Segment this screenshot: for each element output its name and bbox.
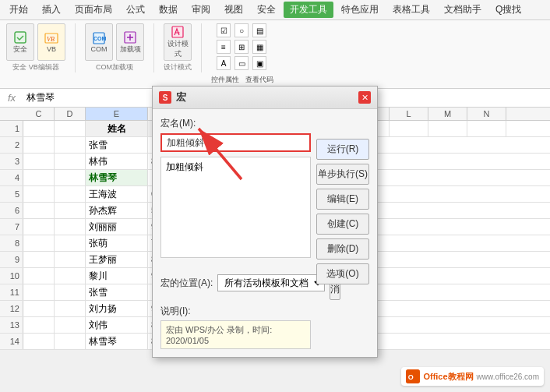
macro-dialog: S 宏 ✕ 宏名(M): 加粗倾斜 运行(R) 单步执行(S) 编辑(E) 创建…	[152, 86, 378, 358]
desc-box: 宏由 WPS/办公 录制，时间: 2020/01/05	[160, 320, 311, 349]
dialog-close-button[interactable]: ✕	[358, 91, 371, 104]
dialog-title-bar: S 宏 ✕	[153, 87, 377, 109]
create-button[interactable]: 创建(C)	[316, 214, 369, 235]
dialog-overlay: S 宏 ✕ 宏名(M): 加粗倾斜 运行(R) 单步执行(S) 编辑(E) 创建…	[0, 0, 550, 392]
dialog-body: 宏名(M): 加粗倾斜 运行(R) 单步执行(S) 编辑(E) 创建(C) 删除…	[153, 109, 377, 357]
watermark-url: www.office26.com	[477, 373, 539, 381]
office-logo-icon: O	[406, 369, 420, 383]
desc-label: 说明(I):	[160, 305, 311, 318]
macro-list-item[interactable]: 加粗倾斜	[163, 159, 308, 175]
watermark-title: Office教程网	[423, 371, 473, 383]
svg-text:O: O	[408, 373, 414, 381]
macro-name-input[interactable]	[160, 133, 311, 152]
dialog-icon-text: S	[163, 94, 168, 102]
run-button[interactable]: 运行(R)	[316, 139, 369, 160]
dialog-title: 宏	[176, 90, 358, 104]
dialog-footer: 宏的位置(A): 所有活动模板和文档 当前文档 所有打开的工作簿 取消	[160, 266, 311, 300]
edit-button[interactable]: 编辑(E)	[316, 189, 369, 210]
delete-button[interactable]: 删除(D)	[316, 238, 369, 260]
options-button[interactable]: 选项(O)	[316, 263, 369, 284]
macro-name-label: 宏名(M):	[160, 117, 311, 130]
dialog-title-icon: S	[159, 91, 171, 104]
watermark: O Office教程网 www.office26.com	[401, 367, 544, 386]
location-select[interactable]: 所有活动模板和文档 当前文档 所有打开的工作簿	[217, 274, 325, 291]
step-button[interactable]: 单步执行(S)	[316, 164, 369, 185]
macro-list[interactable]: 加粗倾斜	[160, 157, 311, 258]
dialog-buttons: 运行(R) 单步执行(S) 编辑(E) 创建(C) 删除(D) 选项(O)	[316, 139, 369, 284]
location-label: 宏的位置(A):	[160, 277, 213, 290]
